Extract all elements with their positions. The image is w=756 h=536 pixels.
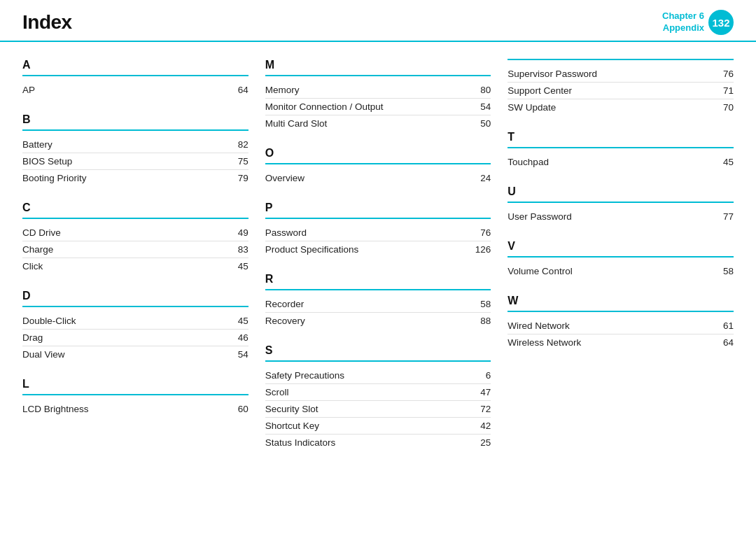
section-divider: [507, 202, 734, 203]
section-L-0: LLCD Brightness60: [22, 378, 248, 417]
index-term: Volume Control: [507, 266, 713, 276]
index-term: Battery: [22, 139, 227, 150]
section-letter-M: M: [265, 59, 491, 73]
section-divider: [22, 75, 248, 76]
section-divider: [507, 59, 734, 60]
index-term: Memory: [265, 85, 470, 95]
index-row: Battery82: [22, 136, 248, 153]
section-V-2: VVolume Control58: [507, 240, 734, 279]
index-page: 47: [470, 387, 491, 397]
index-term: Supervisor Password: [507, 69, 713, 79]
section-divider: [265, 163, 491, 164]
chapter-label: Chapter 6 Appendix: [662, 10, 704, 34]
section-U-2: UUser Password77: [507, 185, 734, 225]
index-page: 50: [470, 118, 491, 129]
index-page: 70: [713, 102, 734, 113]
section-letter-W: W: [507, 295, 734, 309]
index-row: Security Slot72: [265, 401, 491, 418]
section-C-0: CCD Drive49Charge83Click45: [22, 202, 248, 274]
section-letter-D: D: [22, 290, 248, 304]
index-term: Support Center: [507, 85, 713, 96]
index-row: LCD Brightness60: [22, 401, 248, 417]
index-row: Overview24: [265, 170, 491, 186]
index-page: 45: [227, 261, 248, 271]
index-row: AP64: [22, 82, 248, 98]
index-content: AAP64BBattery82BIOS Setup75Booting Prior…: [0, 42, 756, 533]
index-row: Scroll47: [265, 384, 491, 401]
index-term: Recovery: [265, 316, 470, 326]
section-divider: [507, 256, 734, 258]
index-row: Booting Priority79: [22, 170, 248, 186]
section-divider: [265, 218, 491, 219]
index-term: Shortcut Key: [265, 421, 470, 431]
index-page: 80: [470, 85, 491, 95]
section-letter-S: S: [265, 344, 491, 359]
index-page: 76: [470, 227, 491, 238]
index-page: 83: [227, 244, 248, 255]
section-B-0: BBattery82BIOS Setup75Booting Priority79: [22, 113, 248, 186]
section-S-1: SSafety Precautions6Scroll47Security Slo…: [265, 344, 491, 451]
page-title: Index: [22, 11, 72, 34]
index-term: Password: [265, 227, 470, 238]
index-term: Multi Card Slot: [265, 118, 470, 129]
index-row: Multi Card Slot50: [265, 115, 491, 132]
chapter-info: Chapter 6 Appendix 132: [662, 10, 734, 35]
index-term: Click: [22, 261, 227, 271]
index-term: Wired Network: [507, 320, 713, 331]
index-row: Wireless Network64: [507, 334, 734, 351]
index-page: 6: [470, 370, 491, 381]
column-3: Supervisor Password76Support Center71SW …: [507, 59, 734, 522]
section-letter-P: P: [265, 202, 491, 216]
index-row: BIOS Setup75: [22, 153, 248, 170]
index-page: 58: [713, 266, 734, 276]
section-M-1: MMemory80Monitor Connection / Output54Mu…: [265, 59, 491, 132]
index-page: 72: [470, 404, 491, 414]
index-term: Security Slot: [265, 404, 470, 414]
section-divider: [265, 360, 491, 362]
section-divider: [22, 129, 248, 131]
index-page: 76: [713, 69, 734, 79]
section-D-0: DDouble-Click45Drag46Dual View54: [22, 290, 248, 362]
index-row: SW Update70: [507, 99, 734, 115]
index-page: 64: [227, 85, 248, 95]
index-page: 75: [227, 156, 248, 167]
section-A-0: AAP64: [22, 59, 248, 98]
index-term: Wireless Network: [507, 337, 713, 348]
index-term: User Password: [507, 211, 713, 222]
index-page: 49: [227, 227, 248, 238]
section-T-2: TTouchpad45: [507, 131, 734, 170]
section-letter-L: L: [22, 378, 248, 393]
section-letter-U: U: [507, 185, 734, 200]
section-O-1: OOverview24: [265, 147, 491, 186]
section-letter-R: R: [265, 273, 491, 288]
index-term: Recorder: [265, 299, 470, 309]
index-row: Status Indicators25: [265, 435, 491, 451]
section-letter-C: C: [22, 202, 248, 216]
index-row: Double-Click45: [22, 313, 248, 330]
section-divider: [22, 306, 248, 307]
section-divider: [507, 311, 734, 312]
index-page: 58: [470, 299, 491, 309]
section-divider: [507, 147, 734, 148]
index-page: 126: [470, 244, 491, 255]
index-page: 54: [470, 101, 491, 112]
index-row: User Password77: [507, 209, 734, 225]
index-term: AP: [22, 85, 227, 95]
section-P-1: PPassword76Product Specifications126: [265, 202, 491, 258]
column-2: MMemory80Monitor Connection / Output54Mu…: [265, 59, 508, 522]
index-row: Click45: [22, 258, 248, 274]
index-row: Support Center71: [507, 83, 734, 99]
section-S-2: Supervisor Password76Support Center71SW …: [507, 59, 734, 115]
index-page: 82: [227, 139, 248, 150]
index-row: Supervisor Password76: [507, 66, 734, 83]
index-page: 42: [470, 421, 491, 431]
section-letter-V: V: [507, 240, 734, 255]
index-term: Overview: [265, 173, 470, 183]
index-row: Shortcut Key42: [265, 418, 491, 435]
index-row: Dual View54: [22, 346, 248, 362]
index-page: 79: [227, 173, 248, 183]
index-row: Memory80: [265, 82, 491, 99]
index-page: 77: [713, 211, 734, 222]
section-W-2: WWired Network61Wireless Network64: [507, 295, 734, 351]
index-page: 60: [227, 404, 248, 414]
